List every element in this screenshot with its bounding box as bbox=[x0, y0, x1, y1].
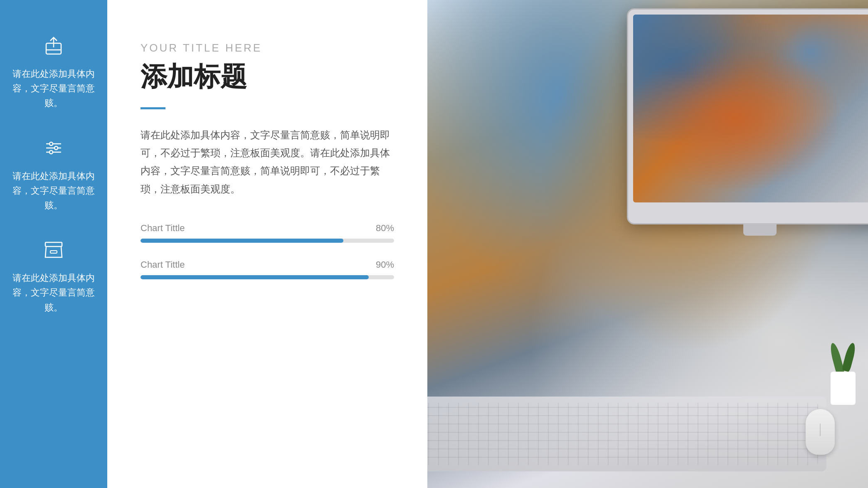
svg-rect-8 bbox=[45, 242, 62, 246]
svg-rect-9 bbox=[50, 251, 57, 253]
chart-percent-2: 90% bbox=[376, 259, 394, 270]
chart-section-1: Chart Tittle 80% bbox=[141, 223, 394, 243]
main-content: YOUR TITLE HERE 添加标题 请在此处添加具体内容，文字尽量言简意赅… bbox=[107, 0, 427, 488]
sidebar-section-2: 请在此处添加具体内容，文字尽量言简意赅。 bbox=[8, 136, 99, 213]
svg-point-5 bbox=[49, 142, 53, 145]
upload-icon bbox=[41, 33, 66, 58]
monitor bbox=[627, 8, 868, 224]
chart-percent-1: 80% bbox=[376, 223, 394, 234]
svg-point-6 bbox=[54, 146, 58, 150]
plant-pot bbox=[831, 372, 856, 405]
chart-title-1: Chart Tittle bbox=[141, 223, 185, 234]
progress-bar-bg-1 bbox=[141, 239, 394, 243]
divider bbox=[141, 107, 165, 109]
main-title: 添加标题 bbox=[141, 59, 394, 95]
monitor-stand bbox=[743, 223, 777, 236]
sidebar: 请在此处添加具体内容，文字尽量言简意赅。 请在此处添加具体内容，文字尽量言简意赅… bbox=[0, 0, 107, 488]
plant-leaves bbox=[829, 334, 858, 376]
plant bbox=[826, 338, 860, 405]
sidebar-text-2: 请在此处添加具体内容，文字尽量言简意赅。 bbox=[8, 169, 99, 213]
chart-section-2: Chart Tittle 90% bbox=[141, 259, 394, 279]
description: 请在此处添加具体内容，文字尽量言简意赅，简单说明即可，不必过于繁琐，注意板面美观… bbox=[141, 126, 394, 198]
sidebar-section-3: 请在此处添加具体内容，文字尽量言简意赅。 bbox=[8, 237, 99, 315]
chart-title-2: Chart Tittle bbox=[141, 259, 185, 270]
progress-bar-fill-2 bbox=[141, 275, 369, 279]
archive-icon bbox=[41, 237, 66, 262]
subtitle: YOUR TITLE HERE bbox=[141, 42, 394, 54]
sidebar-section-1: 请在此处添加具体内容，文字尽量言简意赅。 bbox=[8, 33, 99, 111]
settings-icon bbox=[41, 136, 66, 160]
sidebar-text-1: 请在此处添加具体内容，文字尽量言简意赅。 bbox=[8, 67, 99, 111]
right-image-area bbox=[427, 0, 868, 488]
sidebar-text-3: 请在此处添加具体内容，文字尽量言简意赅。 bbox=[8, 271, 99, 315]
svg-point-7 bbox=[49, 150, 53, 154]
chart-header-1: Chart Tittle 80% bbox=[141, 223, 394, 234]
progress-bar-bg-2 bbox=[141, 275, 394, 279]
mouse bbox=[806, 409, 835, 455]
monitor-screen bbox=[633, 15, 868, 202]
keyboard bbox=[427, 397, 826, 471]
progress-bar-fill-1 bbox=[141, 239, 343, 243]
chart-header-2: Chart Tittle 90% bbox=[141, 259, 394, 270]
